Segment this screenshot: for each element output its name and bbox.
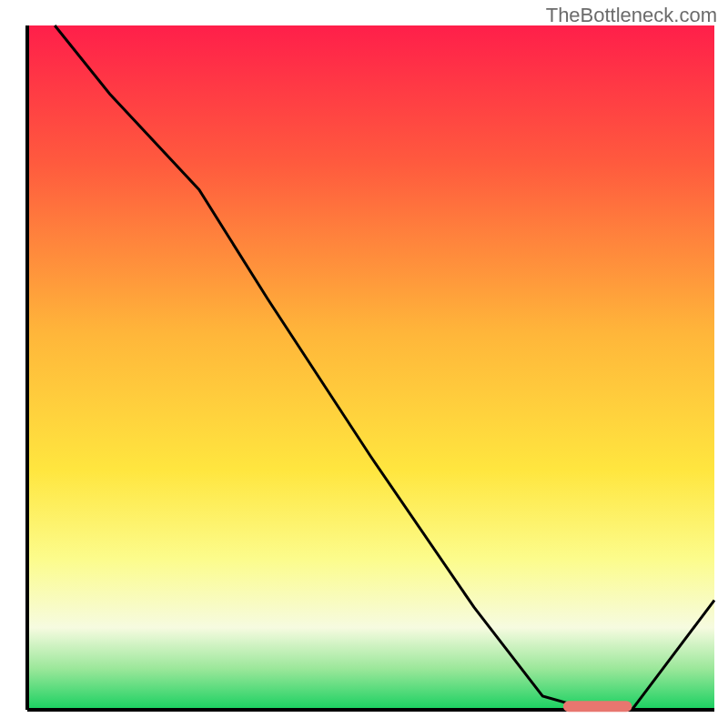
bottleneck-chart (0, 0, 728, 728)
watermark-text: TheBottleneck.com (546, 4, 717, 27)
optimal-range-marker (563, 701, 632, 712)
gradient-background (27, 25, 714, 710)
chart-container: TheBottleneck.com (0, 0, 728, 728)
